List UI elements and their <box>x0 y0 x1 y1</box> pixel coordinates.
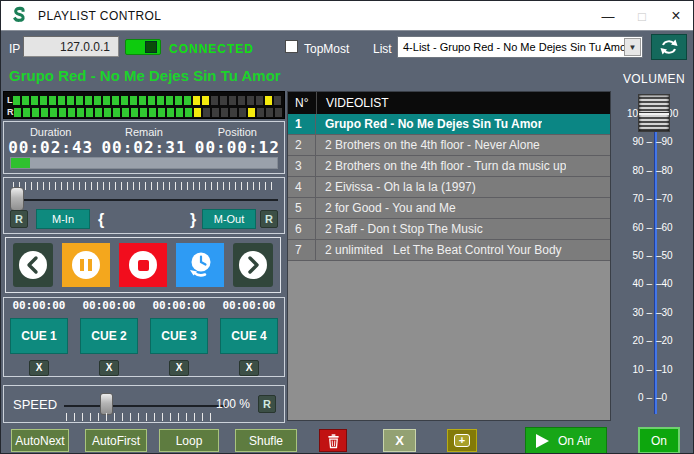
delete-track-button[interactable] <box>319 429 347 452</box>
vu-led <box>248 108 255 117</box>
playlist-row-number: 6 <box>288 219 316 239</box>
transport-panel <box>5 237 281 293</box>
replay-button[interactable] <box>176 243 224 287</box>
chevron-down-icon[interactable]: ▼ <box>624 38 641 56</box>
cue4-button[interactable]: CUE 4 <box>220 318 278 354</box>
stop-button[interactable] <box>119 243 167 287</box>
volume-fader-thumb[interactable] <box>638 94 670 132</box>
seek-panel: R M-In { } M-Out R <box>3 177 285 234</box>
vu-led <box>274 96 281 105</box>
next-button[interactable] <box>233 243 273 287</box>
connection-toggle[interactable] <box>125 39 161 55</box>
playlist-row[interactable]: 72 unlimited Let The Beat Control Your B… <box>288 240 610 261</box>
vu-led <box>86 108 93 117</box>
play-icon <box>536 434 549 448</box>
vu-led <box>58 96 65 105</box>
timer-panel: Duration 00:02:43 Remain 00:02:31 Positi… <box>3 121 285 174</box>
pause-button[interactable] <box>62 243 110 287</box>
playlist-row-title: 2 Brothers on the 4th floor - Never Alon… <box>316 135 540 155</box>
cue4-clear-button[interactable]: X <box>239 360 259 376</box>
volume-scale-row: 90 ––90 <box>616 136 692 147</box>
vu-led <box>184 96 191 105</box>
reset-m-in-button[interactable]: R <box>10 210 28 228</box>
speed-thumb[interactable] <box>100 393 113 415</box>
vu-led <box>176 108 183 117</box>
playlist-row[interactable]: 42 Eivissa - Oh la la la (1997) <box>288 177 610 198</box>
topmost-checkbox[interactable] <box>285 40 298 53</box>
vu-led <box>14 108 21 117</box>
m-out-button[interactable]: M-Out <box>202 209 256 229</box>
cue3-time: 00:00:00 <box>153 299 206 312</box>
auto-first-button[interactable]: AutoFirst <box>85 429 147 452</box>
vu-led <box>76 96 83 105</box>
cue1-button[interactable]: CUE 1 <box>10 318 68 354</box>
cue1-clear-button[interactable]: X <box>29 360 49 376</box>
vu-led <box>247 96 254 105</box>
vu-led <box>157 96 164 105</box>
on-air-label: On Air <box>558 434 591 448</box>
playlist-row[interactable]: 22 Brothers on the 4th floor - Never Alo… <box>288 135 610 156</box>
vu-led <box>139 96 146 105</box>
playlist-row[interactable]: 1Grupo Red - No Me Dejes Sin Tu Amor <box>288 114 610 135</box>
progress-fill <box>11 158 30 168</box>
playlist-row[interactable]: 32 Brothers on the 4th floor - Turn da m… <box>288 156 610 177</box>
m-in-button[interactable]: M-In <box>36 209 90 229</box>
window-title: PLAYLIST CONTROL <box>38 9 161 23</box>
vu-led <box>77 108 84 117</box>
seek-thumb[interactable] <box>10 187 24 211</box>
cue2-clear-button[interactable]: X <box>99 360 119 376</box>
vu-led <box>122 108 129 117</box>
refresh-icon <box>659 38 679 56</box>
volume-scale-row: 30 ––30 <box>616 307 692 318</box>
pause-icon <box>72 251 100 279</box>
playlist-row-title: Grupo Red - No Me Dejes Sin Tu Amor <box>316 114 542 134</box>
vu-led <box>266 108 273 117</box>
vu-led <box>41 108 48 117</box>
vu-led <box>175 96 182 105</box>
vu-led <box>203 108 210 117</box>
vu-led <box>22 96 29 105</box>
vu-led <box>31 96 38 105</box>
vu-led <box>265 96 272 105</box>
playlist-dropdown[interactable]: 4-List - Grupo Red - No Me Dejes Sin Tu … <box>397 36 643 58</box>
cue2-button[interactable]: CUE 2 <box>80 318 138 354</box>
ip-input[interactable] <box>23 36 119 57</box>
playlist-header-title: VIDEOLIST <box>316 92 389 114</box>
reset-m-out-button[interactable]: R <box>260 210 278 228</box>
previous-button[interactable] <box>13 243 53 287</box>
refresh-list-button[interactable] <box>651 34 687 60</box>
playlist-row[interactable]: 52 for Good - You and Me <box>288 198 610 219</box>
playlist-row-title: 2 for Good - You and Me <box>316 198 456 218</box>
playlist-header: N° VIDEOLIST <box>288 92 610 114</box>
maximize-button[interactable]: □ <box>625 1 659 31</box>
on-air-button[interactable]: On Air <box>525 427 607 454</box>
speed-reset-button[interactable]: R <box>258 395 276 413</box>
cue3-button[interactable]: CUE 3 <box>150 318 208 354</box>
cue3-clear-button[interactable]: X <box>169 360 189 376</box>
loop-button[interactable]: Loop <box>159 429 219 452</box>
shuffle-button[interactable]: Shufle <box>235 429 297 452</box>
volume-scale-row: 60 ––60 <box>616 222 692 233</box>
vu-led <box>50 108 57 117</box>
speed-value: 100 % <box>216 397 250 411</box>
volume-scale: 100 ––10090 ––9080 ––8070 ––7060 ––6050 … <box>616 108 692 403</box>
vu-led <box>40 96 47 105</box>
track-progress-bar[interactable] <box>10 157 278 169</box>
close-button[interactable]: × <box>659 1 693 31</box>
playlist-row-number: 1 <box>288 114 316 134</box>
playlist-row-title: 2 Raff - Don t Stop The Music <box>316 219 483 239</box>
vu-led <box>103 96 110 105</box>
auto-next-button[interactable]: AutoNext <box>11 429 69 452</box>
minimize-button[interactable]: — <box>591 1 625 31</box>
volume-scale-row: 50 ––50 <box>616 250 692 261</box>
add-track-button[interactable]: + <box>447 429 477 452</box>
title-bar[interactable]: PLAYLIST CONTROL — □ × <box>1 1 693 31</box>
playlist-row-title: 2 unlimited Let The Beat Control Your Bo… <box>316 240 562 260</box>
on-button[interactable]: On <box>638 427 680 454</box>
previous-icon <box>18 250 48 280</box>
clear-list-button[interactable]: X <box>383 429 416 452</box>
m-out-brace: } <box>190 211 196 229</box>
plus-icon: + <box>454 434 470 447</box>
playlist-row-title: 2 Eivissa - Oh la la la (1997) <box>316 177 476 197</box>
playlist-row[interactable]: 62 Raff - Don t Stop The Music <box>288 219 610 240</box>
